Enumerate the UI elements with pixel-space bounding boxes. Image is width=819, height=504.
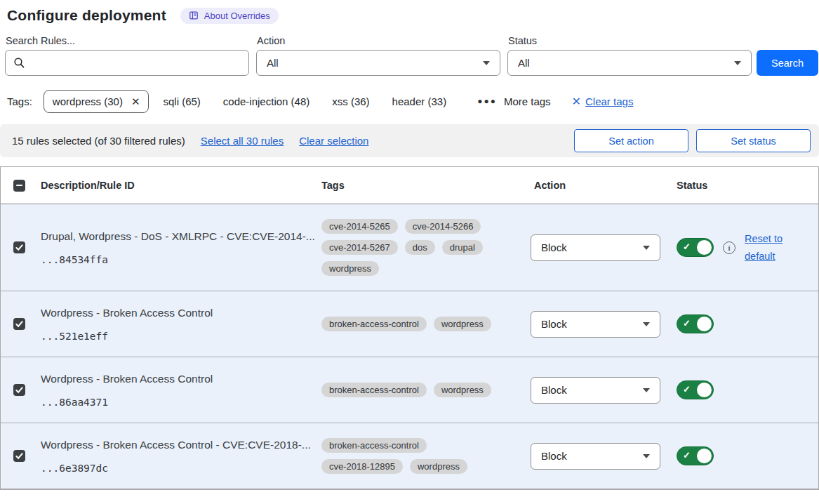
page-header: Configure deployment About Overrides	[0, 6, 819, 24]
set-action-button[interactable]: Set action	[574, 129, 688, 152]
column-header-tags: Tags	[321, 180, 531, 191]
status-toggle[interactable]: ✓	[677, 380, 714, 399]
row-checkbox[interactable]	[13, 384, 25, 396]
table-row: Wordpress - Broken Access Control ...86a…	[1, 357, 818, 423]
chevron-down-icon	[483, 61, 490, 65]
tag-option-xss[interactable]: xss (36)	[332, 95, 369, 107]
action-select[interactable]: Block	[531, 377, 660, 404]
active-tag-label: wordpress (30)	[53, 95, 123, 107]
rule-description: Wordpress - Broken Access Control	[41, 306, 321, 320]
action-select[interactable]: Block	[531, 234, 660, 261]
action-value: Block	[541, 384, 567, 396]
rule-id: ...84534ffa	[41, 254, 321, 265]
select-all-link[interactable]: Select all 30 rules	[201, 135, 284, 147]
status-filter-label: Status	[508, 35, 752, 46]
page-title: Configure deployment	[7, 7, 166, 24]
selection-bar: 15 rules selected (of 30 filtered rules)…	[0, 124, 819, 157]
tag-option-header[interactable]: header (33)	[392, 95, 447, 107]
column-header-action: Action	[531, 180, 677, 191]
table-row: Wordpress - Broken Access Control ...521…	[1, 291, 818, 357]
rule-tags: broken-access-control cve-2018-12895 wor…	[321, 438, 504, 474]
action-select[interactable]: Block	[531, 311, 660, 338]
close-icon: ✕	[572, 95, 581, 108]
column-header-status: Status	[677, 180, 818, 191]
clear-tags-label: Clear tags	[585, 95, 633, 107]
table-row: Wordpress - Broken Access Control - CVE:…	[1, 423, 818, 489]
chevron-down-icon	[734, 61, 741, 65]
tag-pill: cve-2014-5265	[321, 219, 398, 234]
chevron-down-icon	[643, 246, 650, 250]
tag-pill: broken-access-control	[321, 317, 427, 331]
selection-summary: 15 rules selected (of 30 filtered rules)	[12, 135, 185, 147]
action-filter-group: Action All	[256, 35, 500, 76]
row-checkbox[interactable]	[13, 450, 25, 462]
rules-table: Description/Rule ID Tags Action Status D…	[0, 166, 819, 490]
tag-pill: wordpress	[321, 261, 379, 276]
search-button[interactable]: Search	[757, 50, 818, 76]
action-filter-label: Action	[257, 35, 500, 46]
clear-tags-link[interactable]: ✕ Clear tags	[572, 95, 634, 108]
rule-id: ...521e1eff	[41, 331, 321, 342]
info-icon[interactable]: i	[723, 241, 735, 254]
clear-selection-link[interactable]: Clear selection	[299, 135, 368, 147]
rule-tags: broken-access-control wordpress	[321, 383, 504, 397]
chevron-down-icon	[643, 454, 650, 458]
search-rules-group: Search Rules...	[5, 35, 249, 76]
action-filter-select[interactable]: All	[256, 50, 500, 76]
filters-row: Search Rules... Action All Status	[0, 24, 819, 76]
row-checkbox[interactable]	[13, 318, 25, 330]
status-filter-group: Status All	[507, 35, 752, 76]
rule-id: ...86aa4371	[41, 397, 321, 408]
more-tags-button[interactable]: ●●● More tags	[477, 95, 550, 107]
status-toggle[interactable]: ✓	[677, 446, 714, 465]
rule-tags: broken-access-control wordpress	[321, 317, 504, 331]
column-header-description: Description/Rule ID	[34, 180, 321, 191]
tag-option-code-injection[interactable]: code-injection (48)	[223, 95, 309, 107]
tag-pill: broken-access-control	[321, 438, 427, 453]
more-tags-label: More tags	[504, 95, 551, 107]
table-header-row: Description/Rule ID Tags Action Status	[1, 167, 818, 204]
row-checkbox[interactable]	[13, 241, 25, 253]
tag-pill: cve-2014-5267	[321, 240, 398, 255]
status-filter-value: All	[518, 57, 530, 69]
search-rules-label: Search Rules...	[6, 35, 249, 46]
rule-description: Drupal, Wordpress - DoS - XMLRPC - CVE:C…	[41, 230, 321, 244]
rule-tags: cve-2014-5265 cve-2014-5266 cve-2014-526…	[321, 219, 504, 276]
action-select[interactable]: Block	[531, 443, 660, 470]
tag-pill: cve-2018-12895	[321, 459, 403, 474]
about-overrides-badge[interactable]: About Overrides	[180, 8, 279, 24]
book-icon	[189, 11, 199, 20]
tag-option-sqli[interactable]: sqli (65)	[163, 95, 200, 107]
action-filter-value: All	[267, 57, 279, 69]
chevron-down-icon	[643, 388, 650, 392]
status-filter-select[interactable]: All	[507, 50, 752, 76]
action-value: Block	[541, 450, 567, 462]
tag-pill: cve-2014-5266	[405, 219, 481, 234]
tag-pill: broken-access-control	[321, 383, 427, 397]
active-tag-chip-wordpress[interactable]: wordpress (30) ✕	[44, 90, 149, 113]
tag-pill: wordpress	[434, 383, 491, 397]
set-status-button[interactable]: Set status	[696, 129, 811, 152]
about-overrides-label: About Overrides	[204, 11, 270, 21]
rule-description: Wordpress - Broken Access Control - CVE:…	[41, 438, 321, 452]
status-toggle[interactable]: ✓	[677, 314, 714, 333]
tag-pill: wordpress	[434, 317, 491, 331]
remove-tag-icon[interactable]: ✕	[131, 96, 140, 107]
reset-to-default-link[interactable]: Reset to default	[745, 230, 790, 265]
tag-pill: wordpress	[410, 459, 467, 474]
status-toggle[interactable]: ✓	[677, 238, 714, 257]
tag-pill: drupal	[442, 240, 483, 255]
ellipsis-icon: ●●●	[477, 96, 497, 106]
tags-label: Tags:	[7, 95, 32, 107]
select-all-checkbox[interactable]	[13, 180, 25, 192]
rule-id: ...6e3897dc	[41, 463, 321, 474]
chevron-down-icon	[643, 322, 650, 326]
table-row: Drupal, Wordpress - DoS - XMLRPC - CVE:C…	[1, 204, 818, 291]
search-rules-input[interactable]	[5, 50, 249, 76]
tags-bar: Tags: wordpress (30) ✕ sqli (65) code-in…	[0, 76, 819, 113]
configure-deployment-page: Configure deployment About Overrides Sea…	[0, 0, 819, 490]
rule-description: Wordpress - Broken Access Control	[41, 372, 321, 386]
action-value: Block	[541, 318, 567, 330]
tag-pill: dos	[405, 240, 435, 255]
action-value: Block	[541, 241, 567, 253]
